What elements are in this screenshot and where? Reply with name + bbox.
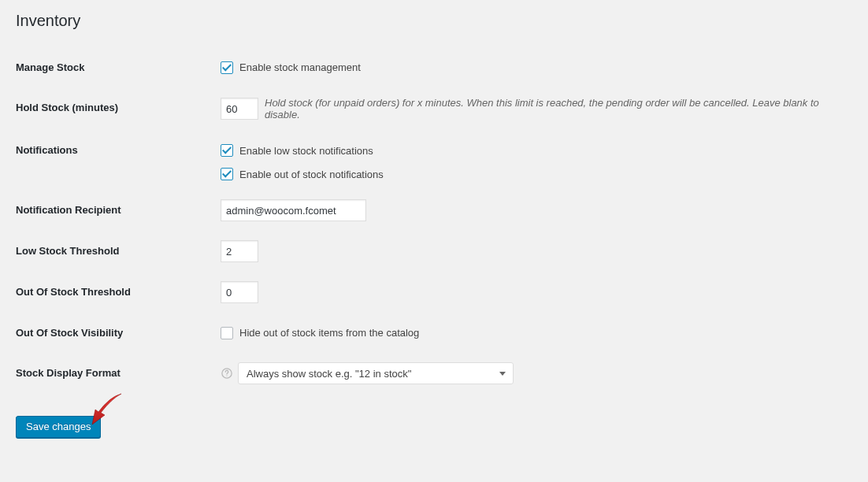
out-threshold-label: Out Of Stock Threshold — [16, 272, 221, 313]
manage-stock-row: Manage Stock Enable stock management — [16, 47, 852, 87]
stock-format-selected: Always show stock e.g. "12 in stock" — [238, 362, 514, 384]
recipient-label: Notification Recipient — [16, 190, 221, 231]
out-visibility-checkbox-label: Hide out of stock items from the catalog — [239, 327, 419, 339]
out-stock-notify-checkbox[interactable] — [221, 168, 233, 180]
out-threshold-row: Out Of Stock Threshold — [16, 272, 852, 313]
hold-stock-row: Hold Stock (minutes) Hold stock (for unp… — [16, 87, 852, 130]
page-title: Inventory — [16, 12, 852, 30]
out-stock-notify-label: Enable out of stock notifications — [239, 169, 384, 180]
low-threshold-row: Low Stock Threshold — [16, 231, 852, 272]
low-threshold-label: Low Stock Threshold — [16, 231, 221, 272]
stock-format-row: Stock Display Format Always show stock e… — [16, 353, 852, 394]
low-stock-notify-checkbox[interactable] — [221, 144, 233, 157]
notifications-row: Notifications Enable low stock notificat… — [16, 130, 852, 190]
save-button[interactable]: Save changes — [16, 416, 101, 438]
notifications-label: Notifications — [16, 130, 221, 190]
low-threshold-input[interactable] — [221, 240, 258, 262]
recipient-input[interactable] — [221, 199, 366, 221]
svg-point-1 — [226, 375, 227, 376]
manage-stock-checkbox-label: Enable stock management — [239, 61, 361, 73]
out-threshold-input[interactable] — [221, 281, 258, 303]
stock-format-select[interactable]: Always show stock e.g. "12 in stock" — [238, 362, 514, 384]
out-visibility-label: Out Of Stock Visibility — [16, 313, 221, 353]
low-stock-notify-label: Enable low stock notifications — [239, 145, 373, 157]
hold-stock-description: Hold stock (for unpaid orders) for x min… — [265, 97, 844, 120]
manage-stock-checkbox[interactable] — [221, 61, 233, 74]
out-visibility-row: Out Of Stock Visibility Hide out of stoc… — [16, 313, 852, 353]
help-icon[interactable] — [221, 367, 233, 380]
stock-format-label: Stock Display Format — [16, 353, 221, 394]
hold-stock-input[interactable] — [221, 98, 258, 120]
manage-stock-label: Manage Stock — [16, 47, 221, 87]
recipient-row: Notification Recipient — [16, 190, 852, 231]
out-visibility-checkbox[interactable] — [221, 327, 233, 339]
hold-stock-label: Hold Stock (minutes) — [16, 87, 221, 130]
